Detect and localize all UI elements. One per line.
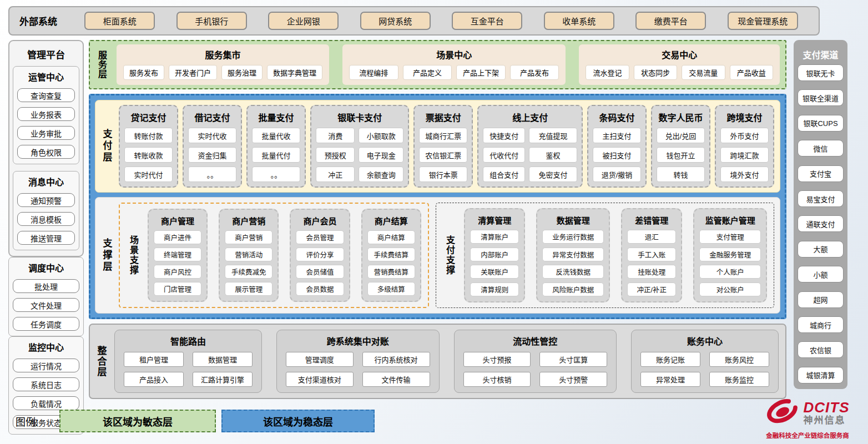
payment-item-box: 组合支付 bbox=[483, 167, 525, 182]
column-title: 监管账户管理 bbox=[699, 213, 761, 230]
support-item-box: 清算账户 bbox=[470, 230, 519, 244]
column-title: 跨境支付 bbox=[720, 109, 769, 128]
group-items: 头寸预报头寸匡算头寸核销头寸预警 bbox=[463, 352, 608, 387]
column-credit-payment: 贷记支付 转账付款转账收款实时代付 bbox=[119, 105, 178, 188]
section-title: 运管中心 bbox=[17, 70, 75, 83]
management-item-box: 业务审批 bbox=[17, 126, 75, 140]
channel-box: 支付宝 bbox=[798, 165, 844, 182]
payment-channels-panel: 支付渠道 银联无卡银联全渠道银联CUPS微信支付宝易宝支付通联支付大额小额超网城… bbox=[794, 40, 847, 394]
support-item-box: 挂账处理 bbox=[627, 265, 676, 279]
support-item-box: 会员数据 bbox=[296, 282, 344, 296]
column-items: 实时代收资金归集。。 bbox=[188, 128, 236, 182]
support-item-box: 会员管理 bbox=[296, 230, 344, 244]
column-title: 批量支付 bbox=[252, 109, 300, 128]
column-items: 批量代收批量代付。。 bbox=[252, 128, 300, 182]
external-system-box: 互金平台 bbox=[452, 12, 522, 30]
group-title: 服务集市 bbox=[123, 47, 322, 64]
dcits-logo: DCITS 神州信息 金融科技全产业链综合服务商 bbox=[755, 397, 860, 440]
payment-item-box: 充值提现 bbox=[529, 128, 577, 143]
column-bill-payment: 票据支付 城商行汇票农信银汇票银行本票 bbox=[413, 105, 473, 188]
column-items: 转账付款转账收款实时代付 bbox=[124, 128, 173, 182]
integration-item-box: 账务风控 bbox=[709, 352, 769, 367]
service-item-box: 交易流量 bbox=[682, 65, 725, 80]
channel-box: 通联支付 bbox=[798, 215, 844, 232]
column-title: 清算管理 bbox=[470, 213, 519, 230]
channel-box: 易宝支付 bbox=[798, 190, 844, 207]
service-item-box: 产品上下架 bbox=[456, 65, 506, 80]
external-system-box: 手机银行 bbox=[176, 12, 247, 30]
column-items: 退汇手工入账挂账处理冲正/补正 bbox=[627, 230, 676, 296]
integration-item-box: 文件传输 bbox=[362, 372, 430, 387]
support-groups: 场景支撑 商户管理 商户进件终端管理商户风控门店管理 商户营销 商户营销营销活动… bbox=[119, 203, 774, 308]
payment-item-box: 被扫支付 bbox=[593, 147, 641, 163]
service-item-box: 服务发布 bbox=[123, 65, 164, 80]
integration-item-box: 租户管理 bbox=[124, 352, 184, 367]
column-merchant-marketing: 商户营销 商户营销营销活动手续费减免展示管理 bbox=[219, 209, 279, 302]
column-title: 商户管理 bbox=[154, 213, 201, 230]
management-item-box: 角色权限 bbox=[17, 145, 75, 159]
architecture-diagram: 外部系统 柜面系统手机银行企业网银网贷系统互金平台收单系统缴费平台现金管理系统 … bbox=[0, 0, 868, 444]
column-items: 商户进件终端管理商户风控门店管理 bbox=[154, 230, 201, 296]
support-item-box: 个人账户 bbox=[699, 265, 761, 279]
service-layer: 服务层 服务集市 服务发布开发者门户服务治理数据字典管理 场景中心 流程编排产品… bbox=[89, 40, 786, 89]
management-item-box: 业务报表 bbox=[17, 107, 75, 121]
column-regulatory-account: 监管账户管理 支付管理金融服务管理个人账户对公账户 bbox=[693, 208, 767, 302]
section-title: 监控中心 bbox=[13, 340, 79, 354]
scene-support-label: 场景支撑 bbox=[127, 209, 140, 302]
column-debit-payment: 借记支付 实时代收资金归集。。 bbox=[183, 105, 242, 188]
support-item-box: 业务运行数据 bbox=[542, 230, 604, 244]
integration-item-box: 数据管理 bbox=[193, 352, 253, 367]
channel-box: 微信 bbox=[798, 140, 844, 157]
group-items: 管理调度行内系统核对支付渠道核对文件传输 bbox=[286, 352, 430, 387]
column-title: 数据管理 bbox=[542, 213, 604, 230]
support-item-box: 内部账户 bbox=[470, 248, 519, 261]
payment-item-box: 预授权 bbox=[316, 147, 355, 163]
stable-layer-container: 支付层 贷记支付 转账付款转账收款实时代付 借记支付 实时代收资金归集。。 批量… bbox=[89, 94, 786, 319]
group-scene-center: 场景中心 流程编排产品定义产品上下架产品发布 bbox=[342, 44, 566, 85]
group-title: 智能路由 bbox=[124, 332, 253, 352]
payment-item-box: 冲正 bbox=[316, 167, 355, 182]
support-item-box: 反洗钱数据 bbox=[542, 265, 604, 279]
support-item-box: 商户风控 bbox=[154, 265, 201, 279]
logo-tagline: 金融科技全产业链综合服务商 bbox=[766, 431, 849, 440]
column-title: 票据支付 bbox=[419, 109, 467, 128]
integration-item-box: 异常处理 bbox=[640, 372, 700, 387]
support-item-box: 营销费结算 bbox=[367, 265, 415, 279]
payment-item-box: 实时代收 bbox=[188, 128, 236, 143]
payment-channels-inner: 支付渠道 银联无卡银联全渠道银联CUPS微信支付宝易宝支付通联支付大额小额超网城… bbox=[794, 40, 847, 389]
channel-box: 小额 bbox=[798, 266, 844, 282]
column-data-management: 数据管理 业务运行数据异常支付数据反洗钱数据风险账户数据 bbox=[536, 208, 610, 302]
service-item-box: 状态同步 bbox=[634, 65, 677, 80]
group-title: 账务中心 bbox=[640, 332, 769, 352]
channel-box: 城商行 bbox=[798, 316, 844, 333]
management-item-box: 系统日志 bbox=[13, 377, 79, 391]
management-item-box: 推送管理 bbox=[17, 231, 75, 245]
section-title: 调度中心 bbox=[13, 261, 79, 274]
support-item-box: 商户进件 bbox=[154, 230, 201, 244]
management-item-box: 任务调度 bbox=[13, 317, 79, 331]
external-system-box: 缴费平台 bbox=[635, 12, 706, 30]
footer: 图例: 该区域为敏态层 该区域为稳态层 DCITS 神州信息 bbox=[0, 396, 868, 444]
group-smart-routing: 智能路由 租户管理数据管理产品接入汇路计算引擎 bbox=[114, 330, 262, 393]
external-system-box: 企业网银 bbox=[268, 12, 339, 30]
integration-item-box: 头寸匡算 bbox=[539, 352, 607, 367]
external-system-box: 网贷系统 bbox=[360, 12, 431, 30]
support-item-box: 异常支付数据 bbox=[542, 248, 604, 261]
integration-layer-label: 整合层 bbox=[93, 330, 109, 393]
integration-layer: 整合层 智能路由 租户管理数据管理产品接入汇路计算引擎 跨系统集中对账 管理调度… bbox=[89, 324, 786, 399]
support-item-box: 商户营销 bbox=[225, 230, 272, 244]
integration-item-box: 支付渠道核对 bbox=[286, 372, 354, 387]
column-title: 贷记支付 bbox=[124, 109, 173, 128]
payment-layer: 支付层 贷记支付 转账付款转账收款实时代付 借记支付 实时代收资金归集。。 批量… bbox=[95, 100, 780, 193]
support-item-box: 展示管理 bbox=[225, 282, 272, 296]
payment-item-box: 兑出/兑回 bbox=[657, 128, 705, 143]
column-online-payment: 线上支付 快捷支付充值提现代收代付鉴权组合支付免密支付 bbox=[477, 105, 583, 188]
column-batch-payment: 批量支付 批量代收批量代付。。 bbox=[246, 105, 306, 188]
payment-item-box: 转账收款 bbox=[124, 147, 173, 163]
column-merchant-members: 商户会员 会员管理评价分享会员储值会员数据 bbox=[290, 209, 350, 302]
channel-box: 大额 bbox=[798, 241, 844, 258]
support-item-box: 商户结算 bbox=[367, 230, 415, 244]
support-item-box: 金融服务管理 bbox=[699, 248, 761, 261]
management-item-box: 批处理 bbox=[13, 279, 79, 293]
group-items: 流程编排产品定义产品上下架产品发布 bbox=[349, 64, 559, 80]
